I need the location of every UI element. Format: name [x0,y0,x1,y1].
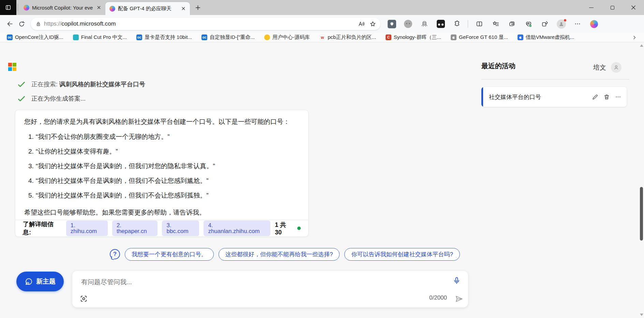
slogan-item: 4.“我们的社交媒体平台是讽刺的，但我们不会让您感到尴尬。” [24,176,299,185]
bookmark-geforce[interactable]: GeForce GT 610 显... [446,33,513,42]
citations-label: 了解详细信息: [23,220,62,236]
notification-dot [564,19,567,22]
status-generating: 正在为你生成答案... [17,94,86,103]
suggestion-chip[interactable]: 这些都很好，但你能不能再给我一些选择? [219,248,340,261]
tab-close-icon[interactable] [180,5,186,12]
delete-trash-button[interactable] [601,92,612,102]
face-extension-icon[interactable] [403,19,413,29]
edit-pencil-button[interactable] [590,92,600,102]
send-button[interactable] [454,294,463,303]
refresh-button[interactable] [16,18,27,30]
bookmark-10bit[interactable]: oc 显卡是否支持 10bit... [132,33,197,42]
citation-link[interactable]: 2. thepaper.cn [112,220,158,236]
bookmark-user-center[interactable]: 用户中心-源码库 [259,33,315,42]
apps-button[interactable] [540,19,550,29]
check-icon [17,94,26,103]
tab-close-icon[interactable] [96,4,102,11]
scroll-down-arrow-icon[interactable] [640,314,643,316]
password-manager-extension-icon[interactable] [387,19,397,29]
close-icon [631,5,636,10]
citations-footer: 了解详细信息: 1. zhihu.com 2. thepaper.cn 3. b… [15,220,308,236]
activity-item-title: 社交媒体平台的口号 [489,93,590,101]
bookmark-favicon [73,34,79,40]
split-screen-button[interactable] [474,19,484,29]
profile-avatar-button[interactable] [556,19,566,29]
bookmark-favicon: C [386,34,391,40]
active-accent-bar [481,87,483,107]
user-area[interactable]: 培文 [593,62,621,73]
bookmark-favicon: oc [7,34,13,40]
citation-pager: 1 共 30 [275,221,301,236]
tab-title: 配备 GPT-4 的必应聊天 [118,5,178,12]
minimize-button[interactable] [581,0,602,15]
question-bubble-icon: ? [110,249,120,259]
collections-button[interactable] [507,19,517,29]
edge-copilot-button[interactable] [589,19,599,29]
user-avatar-icon[interactable] [611,62,621,73]
favorite-star-button[interactable] [367,18,378,30]
character-counter: 0/2000 [429,294,447,301]
address-bar[interactable]: https://copilot.microsoft.com [31,18,380,30]
bookmark-custom-gpu-id[interactable]: oc 自定独显ID-["重命... [197,33,259,42]
chat-input-placeholder: 有问题尽管问我... [81,278,132,287]
read-aloud-button[interactable] [355,18,367,30]
bookmark-pcb[interactable]: w pcb正片和负片的区... [315,33,381,42]
check-icon [17,80,26,89]
visual-search-button[interactable] [80,295,88,303]
browser-essentials-button[interactable] [523,19,534,29]
microphone-button[interactable] [453,277,461,285]
bookmark-favicon: oc [201,34,207,40]
recent-activity-item[interactable]: 社交媒体平台的口号 [481,87,627,107]
maximize-button[interactable] [602,0,623,15]
slogan-item: 1.“我们不会让你的朋友圈变成一个无聊的地方。” [24,132,299,141]
bookmark-favicon [264,34,270,40]
more-options-button[interactable] [613,92,623,102]
octopus-extension-icon[interactable] [419,19,430,29]
tab-microsoft-copilot[interactable]: Microsoft Copilot: Your everyday [19,2,105,13]
pager-dot-icon [297,227,301,230]
bookmark-vmware[interactable]: 借助VMware虚拟机... [513,33,579,42]
lock-icon [35,21,41,27]
favorites-list-button[interactable] [491,19,501,29]
new-topic-button[interactable]: 新主题 [16,272,64,291]
new-tab-button[interactable] [193,2,203,13]
copilot-favicon-icon [109,6,115,12]
suggestion-chip[interactable]: 我想要一个更有创意的口号。 [125,248,214,261]
bookmark-finalcutpro[interactable]: Final Cut Pro 中文... [68,33,132,42]
copilot-logo-icon [590,20,598,28]
settings-more-button[interactable] [572,19,583,29]
url-text[interactable]: https://copilot.microsoft.com [44,20,355,27]
tab-bing-chat-active[interactable]: 配备 GPT-4 的必应聊天 [105,2,190,15]
chat-plus-icon [25,277,33,286]
tab-strip: Microsoft Copilot: Your everyday 配备 GPT-… [0,0,644,15]
tampermonkey-extension-icon[interactable] [436,19,446,29]
tab-actions-button[interactable] [0,0,16,15]
bookmark-synology[interactable]: C Synology-群晖（三... [381,33,446,42]
bookmark-apple-favicon [451,34,456,40]
extensions-puzzle-icon[interactable] [452,19,462,29]
suggestion-chip[interactable]: 你可以告诉我如何创建社交媒体平台吗? [344,248,460,261]
copilot-page: 正在搜索: 讽刺风格的新社交媒体平台口号 正在为你生成答案... 您好，您的请求… [0,42,644,318]
close-button[interactable] [623,0,644,15]
sidebar-divider [481,79,629,80]
slogan-item: 2.“让你的社交媒体变得有趣。” [24,147,299,156]
scrollbar-thumb[interactable] [640,187,643,241]
answer-outro: 希望这些口号能够帮助您。如果您需要更多的帮助，请告诉我。 [24,208,299,217]
status-searching: 正在搜索: 讽刺风格的新社交媒体平台口号 [17,80,145,89]
chat-input-box[interactable]: 有问题尽管问我... 0/2000 [72,271,468,307]
scroll-up-arrow-icon[interactable] [640,44,643,47]
bookmarks-bar: oc OpenCore注入ID驱... Final Cut Pro 中文... … [0,33,644,42]
bookmark-favicon: oc [136,34,142,40]
bookmark-opencore[interactable]: oc OpenCore注入ID驱... [2,33,68,42]
citation-link[interactable]: 1. zhihu.com [66,220,108,236]
page-scrollbar[interactable] [639,42,644,318]
username: 培文 [593,63,606,72]
tab-separator [18,4,18,11]
toolbar-divider [468,20,468,28]
citation-link[interactable]: 3. bbc.com [162,220,199,236]
citation-link[interactable]: 4. zhuanlan.zhihu.com [204,220,270,236]
bookmarks-overflow-chevron[interactable] [632,35,637,40]
suggestion-chips-row: ? 我想要一个更有创意的口号。 这些都很好，但你能不能再给我一些选择? 你可以告… [110,248,460,261]
back-button[interactable] [4,18,16,30]
bookmark-favicon: w [319,34,325,40]
